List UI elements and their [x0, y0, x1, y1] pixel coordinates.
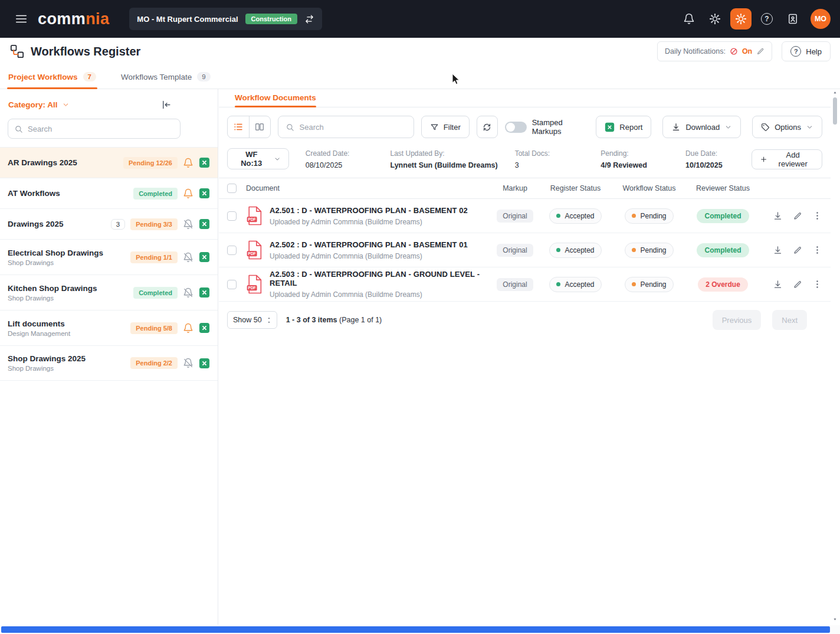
logo-part-2: nia — [86, 10, 109, 28]
options-label: Options — [775, 123, 801, 132]
tab-workflow-documents[interactable]: Workflow Documents — [235, 93, 316, 107]
workflow-list-item[interactable]: Electrical Shop Drawings Shop Drawings P… — [0, 239, 218, 274]
project-selector[interactable]: MO - Mt Rupert Commercial Construction — [129, 8, 322, 30]
documents-tabrow: Workflow Documents — [219, 89, 831, 107]
row-download-button[interactable] — [773, 245, 783, 255]
next-page-button[interactable]: Next — [772, 310, 807, 330]
document-title[interactable]: A2.501 : D - WATERPROOFING PLAN - BASEME… — [270, 206, 468, 215]
documents-search[interactable] — [278, 116, 414, 138]
pending-label: Pending: — [601, 149, 669, 158]
workflow-status-pill: Pending — [625, 277, 673, 292]
pencil-icon[interactable] — [756, 47, 764, 55]
tab-label: Project Workflows — [8, 73, 78, 81]
row-more-button[interactable] — [812, 211, 822, 221]
scroll-up-arrow[interactable] — [832, 90, 838, 96]
total-docs-field: Total Docs: 3 — [515, 148, 585, 169]
workflow-list-item[interactable]: AR Drawings 2025 Pending 12/26 — [0, 147, 218, 178]
row-checkbox[interactable] — [227, 211, 237, 221]
stamped-markups-toggle[interactable] — [505, 122, 527, 133]
select-all-checkbox[interactable] — [227, 184, 237, 193]
bell-off-icon[interactable] — [183, 219, 193, 230]
document-title[interactable]: A2.502 : D - WATERPROOFING PLAN - BASEME… — [270, 240, 468, 249]
swap-arrows-icon[interactable] — [304, 14, 314, 24]
view-toggle-group — [227, 116, 271, 138]
row-checkbox[interactable] — [227, 246, 237, 255]
row-more-button[interactable] — [812, 279, 822, 289]
workflow-status-pill: Pending 1/1 — [130, 251, 178, 263]
xls-file-icon[interactable] — [199, 218, 210, 230]
vertical-scrollbar[interactable] — [832, 90, 838, 622]
workflow-name-block: AT Workflows — [8, 189, 128, 198]
list-view-button[interactable] — [228, 116, 249, 138]
sidebar-search[interactable] — [8, 119, 181, 139]
category-filter-dropdown[interactable]: Category: All — [8, 100, 70, 109]
bell-off-icon[interactable] — [183, 252, 193, 263]
xls-file-icon[interactable] — [199, 157, 210, 168]
search-icon — [14, 125, 23, 133]
wf-number-dropdown[interactable]: WF No:13 — [227, 148, 289, 169]
row-actions — [760, 279, 822, 289]
row-edit-button[interactable] — [793, 280, 802, 289]
help-circle-button[interactable]: ? — [756, 8, 777, 30]
workflow-name: Kitchen Shop Drawings — [8, 284, 128, 293]
bell-off-icon[interactable] — [183, 358, 193, 368]
xls-file-icon[interactable] — [199, 188, 210, 199]
row-checkbox[interactable] — [227, 280, 237, 289]
register-status-text: Accepted — [565, 212, 594, 220]
row-actions — [760, 245, 822, 255]
row-more-button[interactable] — [812, 245, 822, 255]
options-button[interactable]: Options — [752, 116, 822, 138]
horizontal-scrollbar[interactable] — [0, 625, 840, 634]
table-row[interactable]: A2.503 : D - WATERPROOFING PLAN - GROUND… — [219, 267, 831, 302]
bell-icon[interactable] — [183, 158, 193, 168]
download-button[interactable]: Download — [662, 116, 741, 138]
pagination-bar: Show 50 1 - 3 of 3 items (Page 1 of 1) P… — [219, 302, 831, 338]
help-button[interactable]: ? Help — [782, 41, 831, 61]
card-view-button[interactable] — [249, 116, 270, 138]
collapse-sidebar-button[interactable] — [160, 99, 172, 110]
xls-file-icon[interactable] — [199, 287, 210, 298]
row-edit-button[interactable] — [793, 246, 802, 255]
document-title[interactable]: A2.503 : D - WATERPROOFING PLAN - GROUND… — [270, 270, 491, 287]
workflow-list-item[interactable]: Shop Drawings 2025 Shop Drawings Pending… — [0, 345, 218, 381]
bell-icon[interactable] — [183, 323, 193, 334]
row-download-button[interactable] — [773, 279, 783, 289]
workflow-list-item[interactable]: Lift documents Design Management Pending… — [0, 310, 218, 345]
bell-icon[interactable] — [183, 188, 193, 199]
admin-settings-active-button[interactable] — [730, 8, 752, 30]
tab-project-workflows[interactable]: Project Workflows 7 — [8, 65, 96, 89]
table-row[interactable]: A2.501 : D - WATERPROOFING PLAN - BASEME… — [219, 199, 831, 233]
filter-button[interactable]: Filter — [421, 116, 470, 138]
menu-button[interactable] — [9, 7, 33, 31]
vertical-scroll-thumb[interactable] — [833, 97, 837, 125]
documents-search-input[interactable] — [300, 123, 406, 132]
horizontal-scroll-thumb[interactable] — [1, 626, 830, 633]
daily-notifications-button[interactable]: Daily Notifications: On — [657, 41, 772, 61]
settings-button[interactable] — [704, 8, 726, 30]
row-download-button[interactable] — [773, 211, 783, 221]
row-edit-button[interactable] — [793, 211, 802, 221]
xls-file-icon[interactable] — [199, 251, 210, 263]
sidebar-search-input[interactable] — [28, 125, 174, 133]
contacts-button[interactable] — [782, 8, 803, 30]
scroll-down-arrow[interactable] — [832, 616, 838, 622]
workflow-list-item[interactable]: Kitchen Shop Drawings Shop Drawings Comp… — [0, 274, 218, 310]
question-circle-icon: ? — [761, 13, 773, 25]
add-reviewer-button[interactable]: Add reviewer — [752, 149, 822, 169]
bell-off-icon[interactable] — [183, 287, 193, 298]
notifications-button[interactable] — [678, 8, 700, 30]
page-size-selector[interactable]: Show 50 — [227, 311, 277, 329]
reviewer-status-badge: Completed — [697, 243, 749, 257]
table-row[interactable]: A2.502 : D - WATERPROOFING PLAN - BASEME… — [219, 233, 831, 267]
page-size-stepper[interactable] — [267, 316, 271, 324]
previous-page-button[interactable]: Previous — [713, 310, 762, 330]
xls-file-icon[interactable] — [199, 322, 210, 334]
user-avatar[interactable]: MO — [811, 9, 831, 29]
workflow-list-item[interactable]: Drawings 2025 3 Pending 3/3 — [0, 208, 218, 239]
tab-workflows-template[interactable]: Workflows Template 9 — [121, 65, 211, 89]
register-status-text: Accepted — [565, 246, 594, 254]
xls-file-icon[interactable] — [199, 358, 210, 369]
refresh-button[interactable] — [477, 116, 498, 138]
report-button[interactable]: Report — [596, 116, 651, 138]
workflow-list-item[interactable]: AT Workflows Completed — [0, 178, 218, 208]
